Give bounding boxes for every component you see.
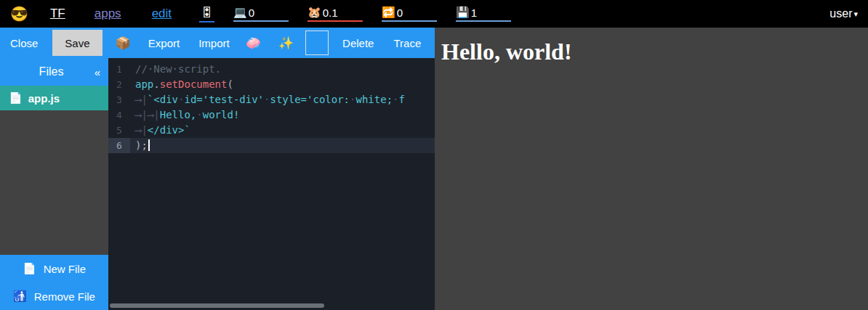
text-cursor — [148, 139, 150, 151]
user-menu-label: user — [829, 7, 852, 20]
repeat-icon: 🔁 — [382, 6, 395, 19]
preview-pane: Hello, world! — [435, 28, 868, 310]
remove-file-button[interactable]: 🚮 Remove File — [0, 282, 108, 310]
workspace: Files « 📄 app.js 📄 New File 🚮 Remove Fil… — [0, 58, 435, 310]
line-content: ⟶|</div>` — [130, 123, 190, 138]
control-knobs-icon[interactable]: 🎛 — [199, 6, 214, 23]
line-number: 6 — [108, 138, 130, 153]
close-button[interactable]: Close — [10, 37, 38, 49]
sunglasses-face-icon: 😎 — [10, 5, 28, 23]
floppy-disk-icon: 💾 — [456, 6, 470, 19]
metric-restarts-value: 0 — [397, 7, 403, 19]
line-content: app.setDocument( — [130, 77, 233, 92]
line-content: ⟶|⟶|Hello,·world! — [130, 107, 239, 123]
empty-button[interactable] — [305, 30, 329, 55]
metric-memory-value: 0.1 — [323, 7, 338, 19]
import-button[interactable]: Import — [198, 37, 230, 49]
file-item-label: app.js — [28, 92, 60, 105]
metric-saves-value: 1 — [471, 7, 477, 19]
code-line[interactable]: 1//·New·script. — [108, 62, 435, 77]
trace-button[interactable]: Trace — [393, 37, 421, 49]
metric-saves[interactable]: 💾 1 — [456, 6, 511, 22]
metric-restarts[interactable]: 🔁 0 — [382, 6, 437, 22]
editor-toolbar: Close Save 📦 Export Import 🧼 ✨ Delete Tr… — [0, 28, 435, 58]
horizontal-scrollbar[interactable] — [110, 303, 324, 308]
metric-cpu-value: 0 — [249, 7, 254, 19]
new-file-button[interactable]: 📄 New File — [0, 255, 108, 282]
nav-link-tf[interactable]: TF — [50, 7, 65, 21]
code-line[interactable]: 5⟶|</div>` — [108, 123, 435, 138]
code-line[interactable]: 3⟶|`<div·id='test-div'·style='color:·whi… — [108, 92, 435, 107]
delete-button[interactable]: Delete — [342, 37, 374, 49]
litter-bin-icon: 🚮 — [13, 290, 27, 303]
line-number: 1 — [108, 62, 130, 77]
collapse-sidebar-icon[interactable]: « — [87, 66, 108, 78]
nav-link-apps[interactable]: apps — [95, 7, 121, 21]
main-area: Close Save 📦 Export Import 🧼 ✨ Delete Tr… — [0, 28, 868, 310]
sparkles-icon[interactable]: ✨ — [278, 36, 294, 51]
line-number: 2 — [108, 77, 130, 92]
code-line[interactable]: 4⟶|⟶|Hello,·world! — [108, 107, 435, 123]
code-line[interactable]: 6); — [108, 138, 435, 153]
user-menu[interactable]: user ▾ — [829, 7, 858, 20]
save-button[interactable]: Save — [52, 30, 102, 56]
code-line[interactable]: 2app.setDocument( — [108, 77, 435, 92]
metric-memory[interactable]: 🐹 0.1 — [308, 6, 363, 22]
hamster-icon: 🐹 — [308, 6, 321, 19]
soap-icon[interactable]: 🧼 — [246, 36, 261, 51]
document-icon: 📄 — [9, 91, 23, 105]
file-item-appjs[interactable]: 📄 app.js — [0, 86, 108, 110]
chevron-down-icon: ▾ — [853, 9, 858, 19]
laptop-icon: 💻 — [233, 6, 247, 19]
code-editor[interactable]: 1//·New·script.2app.setDocument(3⟶|`<div… — [108, 58, 435, 310]
package-icon[interactable]: 📦 — [116, 36, 131, 51]
remove-file-label: Remove File — [34, 290, 95, 303]
line-content: ); — [130, 138, 150, 153]
line-content: //·New·script. — [130, 62, 221, 77]
left-pane: Close Save 📦 Export Import 🧼 ✨ Delete Tr… — [0, 28, 435, 310]
files-header: Files « — [0, 58, 108, 86]
line-number: 3 — [108, 92, 130, 107]
files-sidebar: Files « 📄 app.js 📄 New File 🚮 Remove Fil… — [0, 58, 108, 310]
preview-heading: Hello, world! — [441, 38, 868, 65]
metric-cpu[interactable]: 💻 0 — [233, 6, 289, 22]
nav-link-edit[interactable]: edit — [152, 7, 172, 21]
line-number: 5 — [108, 123, 130, 138]
sidebar-actions: 📄 New File 🚮 Remove File — [0, 255, 108, 310]
line-content: ⟶|`<div·id='test-div'·style='color:·whit… — [130, 92, 405, 107]
code-area[interactable]: 1//·New·script.2app.setDocument(3⟶|`<div… — [108, 58, 435, 153]
files-title: Files — [0, 65, 87, 78]
sidebar-body — [0, 110, 108, 255]
new-file-label: New File — [44, 263, 86, 275]
line-number: 4 — [108, 107, 130, 123]
export-button[interactable]: Export — [148, 37, 180, 49]
page-icon: 📄 — [23, 262, 36, 275]
top-bar: 😎 TF apps edit 🎛 💻 0 🐹 0.1 🔁 0 💾 1 user … — [0, 0, 868, 28]
